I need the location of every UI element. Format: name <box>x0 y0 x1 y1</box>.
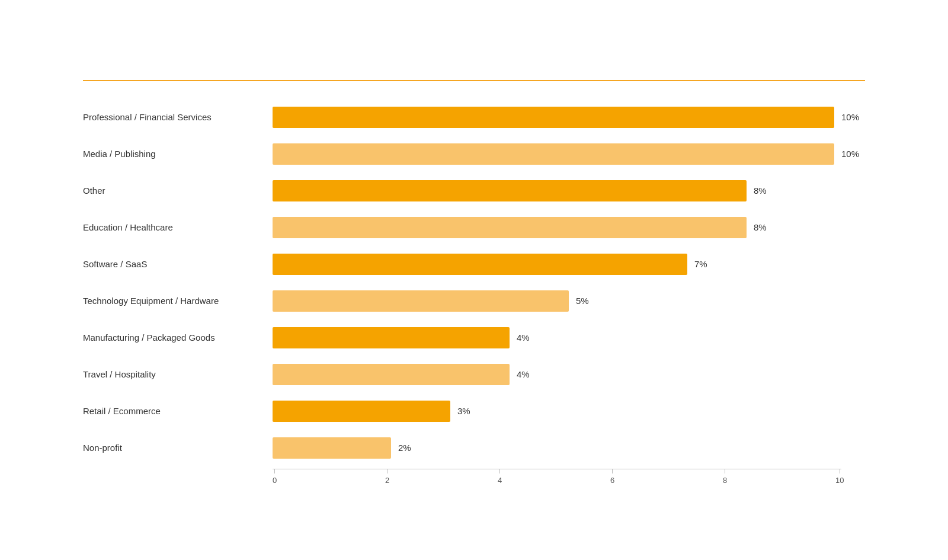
bar-label: Media / Publishing <box>83 149 273 159</box>
bar-fill <box>273 107 834 128</box>
bar-label: Professional / Financial Services <box>83 112 273 122</box>
axis-tick: 2 <box>385 469 389 485</box>
bar-value: 10% <box>841 149 865 159</box>
axis-tick-line <box>274 469 275 473</box>
axis-tick-line <box>840 469 840 473</box>
bar-label: Manufacturing / Packaged Goods <box>83 332 273 343</box>
bar-track: 3% <box>273 401 865 422</box>
bar-fill <box>273 217 747 238</box>
bar-fill <box>273 290 569 312</box>
bar-label: Education / Healthcare <box>83 222 273 232</box>
bar-value: 10% <box>841 112 865 122</box>
axis-tick-label: 2 <box>385 476 389 485</box>
bar-track: 7% <box>273 254 865 275</box>
axis-tick-line <box>387 469 387 473</box>
bar-row: Other8% <box>83 172 865 209</box>
bar-label: Travel / Hospitality <box>83 369 273 379</box>
bar-fill <box>273 180 747 201</box>
bar-value: 8% <box>754 185 777 196</box>
chart-header <box>83 74 865 81</box>
bar-value: 7% <box>694 259 718 269</box>
bar-label: Retail / Ecommerce <box>83 406 273 416</box>
axis-tick: 6 <box>610 469 614 485</box>
axis-tick: 4 <box>498 469 502 485</box>
bar-fill <box>273 437 391 459</box>
bar-label: Non-profit <box>83 443 273 453</box>
bar-row: Technology Equipment / Hardware5% <box>83 283 865 319</box>
bar-row: Professional / Financial Services10% <box>83 99 865 136</box>
bar-label: Other <box>83 185 273 196</box>
axis-tick-line <box>725 469 725 473</box>
bar-value: 8% <box>754 222 777 232</box>
axis-tick-label: 10 <box>835 476 844 485</box>
axis-tick-label: 6 <box>610 476 614 485</box>
bar-track: 8% <box>273 217 865 238</box>
bar-row: Non-profit2% <box>83 430 865 466</box>
axis-row: 0246810 <box>83 469 865 487</box>
bar-track: 4% <box>273 364 865 385</box>
axis-tick-label: 4 <box>498 476 502 485</box>
bar-value: 4% <box>517 369 540 379</box>
bar-value: 3% <box>457 406 481 416</box>
axis-tick-label: 8 <box>723 476 727 485</box>
bar-value: 2% <box>398 443 422 453</box>
bar-label: Technology Equipment / Hardware <box>83 296 273 306</box>
bar-track: 4% <box>273 327 865 348</box>
bar-fill <box>273 401 450 422</box>
bar-fill <box>273 254 687 275</box>
axis-tick: 10 <box>835 469 844 485</box>
bar-track: 10% <box>273 107 865 128</box>
bar-row: Media / Publishing10% <box>83 136 865 172</box>
bar-track: 10% <box>273 143 865 165</box>
bar-fill <box>273 327 510 348</box>
axis-track: 0246810 <box>273 469 865 487</box>
bar-value: 5% <box>576 296 600 306</box>
bar-row: Manufacturing / Packaged Goods4% <box>83 319 865 356</box>
bar-track: 2% <box>273 437 865 459</box>
axis-tick-line <box>612 469 613 473</box>
chart-container: Professional / Financial Services10%Medi… <box>59 39 889 522</box>
axis-tick-line <box>499 469 500 473</box>
bar-label: Software / SaaS <box>83 259 273 269</box>
bar-track: 5% <box>273 290 865 312</box>
bar-fill <box>273 364 510 385</box>
bar-row: Travel / Hospitality4% <box>83 356 865 393</box>
bar-fill <box>273 143 834 165</box>
bar-row: Retail / Ecommerce3% <box>83 393 865 430</box>
axis-tick: 0 <box>273 469 277 485</box>
axis-tick: 8 <box>723 469 727 485</box>
chart-body: Professional / Financial Services10%Medi… <box>83 99 865 466</box>
bar-row: Software / SaaS7% <box>83 246 865 283</box>
bar-row: Education / Healthcare8% <box>83 209 865 246</box>
axis-line <box>273 469 841 469</box>
bar-value: 4% <box>517 332 540 343</box>
bar-track: 8% <box>273 180 865 201</box>
axis-tick-label: 0 <box>273 476 277 485</box>
